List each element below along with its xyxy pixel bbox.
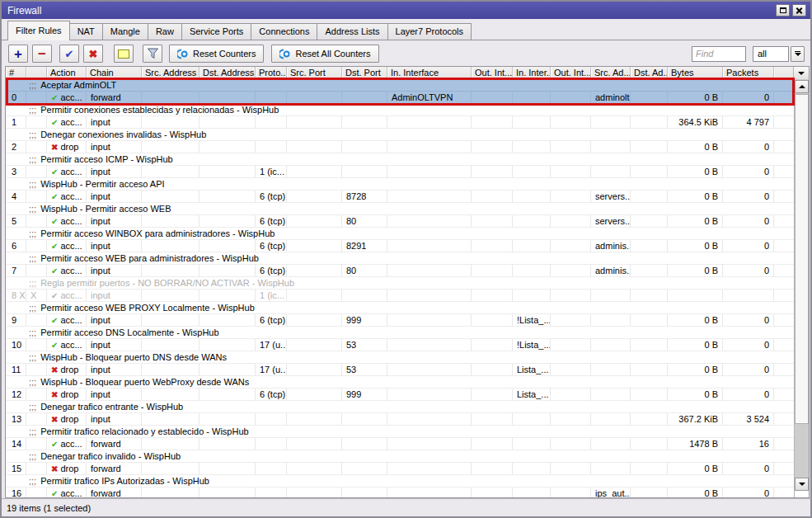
filter-dropdown-button[interactable] (791, 46, 805, 62)
reset-all-counters-button[interactable]: Reset All Counters (271, 45, 378, 63)
tab-layer7-protocols[interactable]: Layer7 Protocols (387, 23, 472, 40)
cell-proto: 17 (u... (256, 339, 287, 351)
rule-row[interactable]: 0✔acc...forwardAdminOLTVPNadminolt0 B0 (6, 92, 795, 104)
filter-button[interactable] (143, 45, 162, 63)
cell-src_ad_list (591, 364, 631, 375)
rule-row[interactable]: 5✔acc...input6 (tcp)80servers...0 B0 (6, 215, 795, 228)
scroll-up-button[interactable] (795, 80, 809, 93)
rule-row[interactable]: 16✔acc...forwardips_aut...0 B0 (6, 487, 795, 497)
cell-src_ad_list (591, 166, 631, 177)
rule-comment-row[interactable]: ;;;WispHub - Permitir acceso WEB (6, 203, 795, 215)
tab-mangle[interactable]: Mangle (102, 23, 148, 40)
tab-address-lists[interactable]: Address Lists (317, 23, 387, 40)
rule-comment-row[interactable]: ;;;Permitir trafico relacionado y establ… (6, 426, 795, 438)
column-header-flag[interactable] (26, 67, 47, 79)
disable-x-icon: ✖ (89, 49, 98, 59)
cell-num: 2 (6, 141, 26, 153)
rule-comment-row[interactable]: ;;;WispHub - Bloquear puerto WebProxy de… (6, 376, 795, 388)
close-button[interactable] (792, 4, 806, 16)
title-bar[interactable]: Firewall (2, 2, 810, 19)
column-header-packets[interactable]: Packets (723, 67, 774, 79)
column-header-out_if_list[interactable]: Out. Int... (551, 67, 591, 79)
rule-row[interactable]: 4✔acc...input6 (tcp)8728servers...0 B0 (6, 191, 795, 203)
column-header-src_port[interactable]: Src. Port (287, 67, 342, 79)
column-header-in_if_list[interactable]: In. Inter... (513, 67, 551, 79)
scrollbar-thumb[interactable] (795, 94, 809, 424)
cell-dst_ad_list (631, 92, 668, 103)
cell-action: ✔acc... (47, 240, 87, 252)
rule-comment-text: ;;;WispHub - Bloquear puerto DNS desde W… (6, 351, 795, 363)
tab-nat[interactable]: NAT (69, 23, 103, 40)
rule-comment-row[interactable]: ;;;Permitir acceso ICMP - WispHub (6, 153, 795, 166)
rule-comment-text: ;;;Permitir acceso ICMP - WispHub (6, 153, 795, 165)
column-header-out_interface[interactable]: Out. Int... (472, 67, 513, 79)
rule-row[interactable]: 8 XX✔acc...input1 (ic... (6, 290, 795, 302)
cell-src_address (142, 240, 199, 252)
rule-row[interactable]: 2✖dropinput0 B0 (6, 141, 795, 153)
restore-button[interactable] (776, 4, 790, 16)
rule-row[interactable]: 12✖dropinput6 (tcp)999Lista_...0 B0 (6, 388, 795, 401)
column-header-dst_ad_list[interactable]: Dst. Ad... (631, 67, 668, 79)
rule-row[interactable]: 11✖dropinput17 (u...53Lista_...0 B0 (6, 364, 795, 376)
rule-comment-text: ;;;Permitir conexiones establecidas y re… (6, 104, 795, 115)
enable-rule-button[interactable]: ✔ (59, 45, 79, 63)
column-header-bytes[interactable]: Bytes (668, 67, 723, 79)
column-select-button[interactable] (793, 67, 809, 79)
cell-bytes: 0 B (668, 141, 723, 153)
rule-comment-row[interactable]: ;;;WispHub - Permitir acceso API (6, 178, 795, 191)
cell-in_interface (387, 438, 472, 450)
cell-in_if_list: !Lista_... (513, 314, 551, 326)
cell-out_interface (472, 240, 513, 252)
rule-row[interactable]: 1✔acc...input364.5 KiB4 797 (6, 116, 795, 129)
rule-comment-row[interactable]: ;;;Aceptar AdminOLT (6, 79, 795, 92)
filter-dropdown[interactable]: all (753, 46, 789, 62)
rule-row[interactable]: 3✔acc...input1 (ic...0 B0 (6, 166, 795, 178)
rule-comment-row[interactable]: ;;;Permitir acceso DNS Localmente - Wisp… (6, 327, 795, 339)
cell-action: ✔acc... (47, 92, 87, 103)
column-header-chain[interactable]: Chain (87, 67, 142, 79)
cell-in_if_list (513, 191, 551, 202)
vertical-scrollbar[interactable] (794, 79, 809, 497)
rule-comment-row[interactable]: ;;;Denegar conexiones invalidas - WispHu… (6, 129, 795, 141)
remove-rule-button[interactable]: − (32, 45, 52, 63)
rule-comment-row[interactable]: ;;;Permitir conexiones establecidas y re… (6, 104, 795, 116)
rule-comment-row[interactable]: ;;;Permitir acceso WEB PROXY Localmente … (6, 302, 795, 314)
column-header-dst_address[interactable]: Dst. Address (199, 67, 256, 79)
tab-strip: Filter RulesNATMangleRawService PortsCon… (2, 21, 810, 40)
rule-comment-row[interactable]: ;;;Permitir acceso WEB para administrado… (6, 252, 795, 265)
cell-flag (26, 92, 47, 103)
scroll-down-button[interactable] (795, 478, 809, 491)
tab-raw[interactable]: Raw (148, 23, 182, 40)
cell-in_interface: AdminOLTVPN (387, 92, 472, 103)
column-header-src_ad_list[interactable]: Src. Ad... (591, 67, 631, 79)
column-header-proto[interactable]: Proto... (256, 67, 287, 79)
rule-row[interactable]: 14✔acc...forward1478 B16 (6, 438, 795, 450)
rule-row[interactable]: 6✔acc...input6 (tcp)8291adminis...0 B0 (6, 240, 795, 252)
rule-comment-row[interactable]: ;;;Denegar trafico invalido - WispHub (6, 450, 795, 463)
rule-row[interactable]: 10✔acc...input17 (u...53!Lista_...0 B0 (6, 339, 795, 351)
find-input[interactable] (692, 46, 746, 62)
rule-row[interactable]: 13✖dropinput367.2 KiB3 524 (6, 413, 795, 426)
rule-comment-row[interactable]: ;;;Permitir acceso WINBOX para administr… (6, 228, 795, 240)
add-rule-button[interactable]: + (8, 45, 28, 63)
rule-comment-row[interactable]: ;;;Denegar trafico entrante - WispHub (6, 401, 795, 413)
rule-row[interactable]: 15✖dropforward0 B0 (6, 463, 795, 475)
column-header-num[interactable]: # (6, 67, 26, 79)
rule-comment-row[interactable]: ;;;Regla permitir puertos - NO BORRAR/NO… (6, 277, 795, 290)
column-header-action[interactable]: Action (47, 67, 87, 79)
rule-comment-row[interactable]: ;;;Permitir trafico IPs Autorizadas - Wi… (6, 475, 795, 487)
rule-row[interactable]: 9✔acc...input6 (tcp)999!Lista_...0 B0 (6, 314, 795, 327)
cell-packets: 0 (723, 314, 774, 326)
column-header-dst_port[interactable]: Dst. Port (342, 67, 387, 79)
rule-comment-row[interactable]: ;;;WispHub - Bloquear puerto DNS desde W… (6, 351, 795, 364)
column-header-src_address[interactable]: Src. Address (142, 67, 199, 79)
tab-service-ports[interactable]: Service Ports (181, 23, 251, 40)
comment-button[interactable] (114, 45, 134, 63)
rule-row[interactable]: 7✔acc...input6 (tcp)80adminis...0 B0 (6, 265, 795, 277)
cell-dst_ad_list (631, 364, 668, 375)
tab-filter-rules[interactable]: Filter Rules (7, 21, 70, 40)
reset-counters-button[interactable]: Reset Counters (169, 45, 264, 63)
column-header-in_interface[interactable]: In. Interface (387, 67, 472, 79)
disable-rule-button[interactable]: ✖ (83, 45, 103, 63)
tab-connections[interactable]: Connections (251, 23, 317, 40)
